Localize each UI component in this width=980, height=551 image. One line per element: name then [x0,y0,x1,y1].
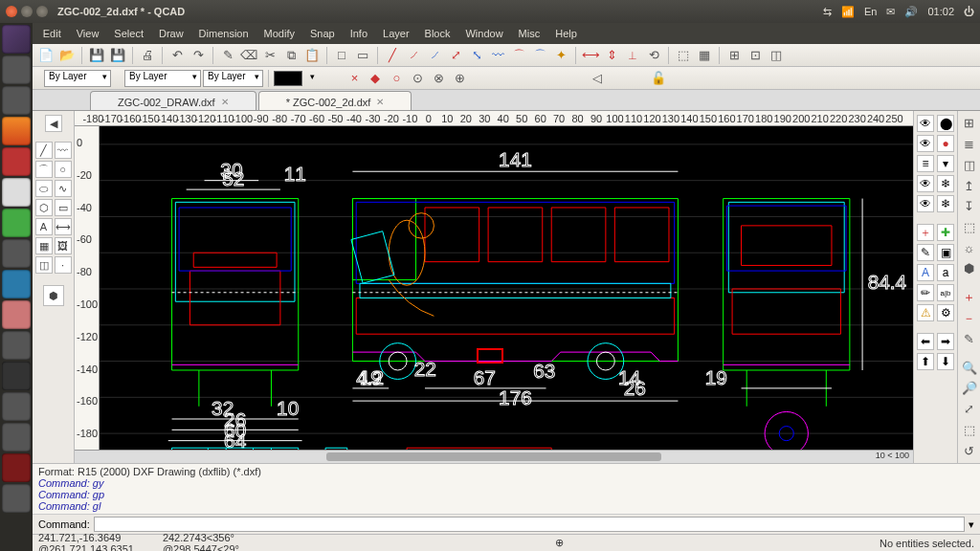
mod7[interactable]: ⌒ [509,46,528,65]
new-button[interactable]: 📄 [36,46,56,65]
polyline-tool[interactable]: 〰 [55,142,72,159]
snap1[interactable]: × [345,69,364,88]
color-swatch[interactable] [274,71,302,86]
image-tool[interactable]: 🖼 [55,237,72,254]
line-tool[interactable]: ╱ [35,142,53,159]
horizontal-scrollbar[interactable]: 10 < 100 [75,450,913,463]
mod1[interactable]: ╱ [383,46,402,65]
dim3[interactable]: ⟂ [623,46,642,65]
plus-icon[interactable]: ＋ [961,289,978,306]
view2[interactable]: ⊡ [746,46,765,65]
launcher-app3[interactable] [2,239,31,268]
menu-draw[interactable]: Draw [152,26,190,41]
saveas-button[interactable]: 💾 [108,46,127,65]
snap2[interactable]: ◆ [366,69,385,88]
tab-1-close[interactable]: ✕ [221,97,229,107]
mod8[interactable]: ⌒ [530,46,549,65]
minus-icon[interactable]: － [961,310,978,327]
sel-icon[interactable]: ⬚ [961,219,978,236]
iso-icon[interactable]: ⬢ [961,260,978,277]
circle-tool[interactable]: ○ [55,161,72,178]
menu-select[interactable]: Select [107,26,150,41]
mail-icon[interactable]: ✉ [886,6,895,18]
zoom-auto-icon[interactable]: ⤢ [961,401,978,418]
launcher-writer[interactable] [2,178,31,207]
copy-icon[interactable]: ⧉ [281,46,301,65]
back-arrow-icon[interactable]: ◀ [45,115,62,132]
launcher-firefox[interactable] [2,117,31,145]
launcher-files[interactable] [2,55,31,84]
launcher-app9[interactable] [2,453,31,482]
layer-weight-combo[interactable]: By Layer [203,70,263,87]
tab-2[interactable]: * ZGC-002_2d.dxf✕ [258,91,412,110]
mod4[interactable]: ⤢ [446,46,465,65]
snap5[interactable]: ⊗ [429,69,448,88]
eye-icon[interactable]: 👁 [917,115,934,132]
launcher-app2[interactable] [2,147,31,176]
command-input[interactable] [94,517,965,532]
clock[interactable]: 01:02 [927,6,954,17]
mod5[interactable]: ⤡ [467,46,486,65]
layer-row[interactable]: ≡ [917,155,934,172]
spline-tool[interactable]: ∿ [55,180,72,197]
tab-1[interactable]: ZGC-002_DRAW.dxf✕ [90,91,256,110]
mod2[interactable]: ⟋ [404,46,423,65]
menu-view[interactable]: View [70,26,106,41]
arrow-d-icon[interactable]: ⬇ [937,353,954,370]
window-close-button[interactable] [6,6,17,17]
launcher-app7[interactable] [2,392,31,421]
text-A-icon[interactable]: A [917,264,934,281]
launcher-app10[interactable] [2,484,31,513]
window-minimize-button[interactable] [21,6,33,17]
undo-button[interactable]: ↶ [167,46,187,65]
eye-icon[interactable]: 👁 [917,175,934,192]
erase-icon[interactable]: ⌫ [239,46,258,65]
menu-help[interactable]: Help [548,26,584,41]
view-back[interactable]: ◁ [588,69,607,88]
menu-window[interactable]: Window [458,26,509,41]
iso-tool[interactable]: ⬢ [43,285,64,306]
launcher-app4[interactable] [2,270,31,298]
drawing-canvas[interactable]: 52 30 11 32 10 26 60 64 [100,126,913,450]
dim1[interactable]: ⟷ [581,46,600,65]
grid-icon[interactable]: ⊞ [961,115,978,132]
add-layer[interactable]: ＋ [917,224,934,241]
mod3[interactable]: ⟋ [425,46,444,65]
snap3[interactable]: ○ [387,69,406,88]
remove-layer[interactable]: ✚ [937,224,954,241]
zoom-sel-icon[interactable]: ⬚ [961,422,978,439]
cut-icon[interactable]: ✂ [260,46,279,65]
launcher-dash[interactable] [2,25,31,54]
zoom-in-icon[interactable]: 🔍 [961,359,978,376]
circle-red-icon[interactable]: ● [937,135,954,152]
open-button[interactable]: 📂 [57,46,77,65]
window-maximize-button[interactable] [36,6,48,17]
freeze-icon[interactable]: ❄ [937,195,954,212]
warn-icon[interactable]: ⚠ [917,304,934,321]
arc-tool[interactable]: ⌒ [35,161,53,178]
tool2[interactable]: ▭ [353,46,372,65]
eye-icon[interactable]: 👁 [917,135,934,152]
wifi-icon[interactable]: ⇆ [823,6,832,18]
layer-line-combo[interactable]: By Layer [124,70,201,87]
menu-snap[interactable]: Snap [303,26,342,41]
snap6[interactable]: ⊕ [450,69,469,88]
view1[interactable]: ⊞ [724,46,744,65]
text-tool[interactable]: A [35,218,53,235]
text-a-icon[interactable]: a [937,264,954,281]
polyline2-tool[interactable]: ⬡ [35,199,53,216]
tab-2-close[interactable]: ✕ [376,97,384,107]
lock-icon[interactable]: ⬤ [937,115,954,132]
save-button[interactable]: 💾 [87,46,106,65]
mod6[interactable]: 〰 [488,46,507,65]
swatch-icon[interactable]: ▣ [937,244,954,261]
gear-icon[interactable]: ⚙ [937,304,954,321]
sel2[interactable]: ▦ [695,46,714,65]
arrow-down-icon[interactable]: ↧ [961,198,978,215]
block-icon[interactable]: ◫ [961,156,978,173]
rect-tool[interactable]: ▭ [55,199,72,216]
menu-info[interactable]: Info [344,26,374,41]
menu-dimension[interactable]: Dimension [192,26,256,41]
dim2[interactable]: ⇕ [602,46,621,65]
arrow-l-icon[interactable]: ⬅ [917,333,934,350]
